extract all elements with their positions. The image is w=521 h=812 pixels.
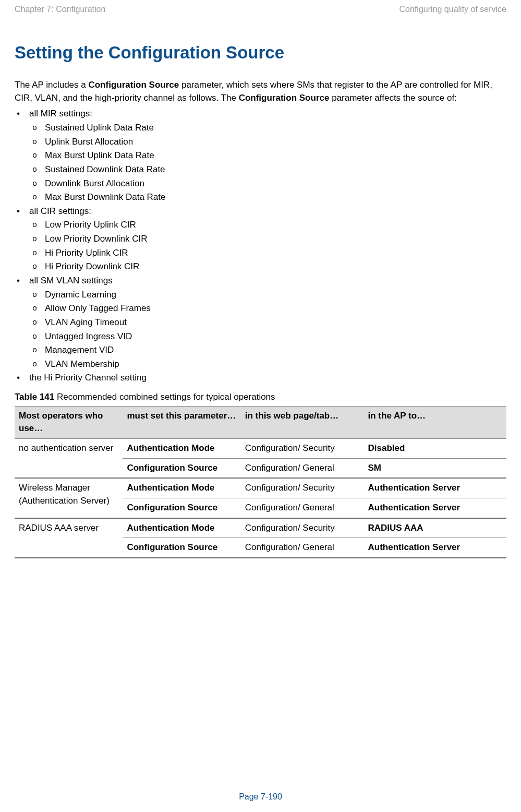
- settings-table: Most operators who use… must set this pa…: [15, 406, 506, 558]
- table-cell: Configuration/ General: [241, 538, 364, 558]
- table-cell-label: Wireless Manager (Authentication Server): [15, 478, 123, 518]
- table-cell: Authentication Mode: [123, 439, 240, 459]
- sublist-item: Management VID: [45, 344, 506, 357]
- intro-paragraph: The AP includes a Configuration Source p…: [15, 79, 506, 104]
- table-caption-number: Table 141: [15, 392, 54, 402]
- header-left: Chapter 7: Configuration: [15, 3, 105, 15]
- table-cell: Configuration Source: [123, 458, 240, 478]
- table-cell: Authentication Mode: [123, 478, 240, 498]
- sublist-item: Low Priority Uplink CIR: [45, 219, 506, 232]
- table-head: Most operators who use… must set this pa…: [15, 406, 506, 438]
- intro-text: parameter affects the source of:: [329, 93, 456, 103]
- sublist-item: Uplink Burst Allocation: [45, 136, 506, 149]
- header-right: Configuring quality of service: [399, 3, 506, 15]
- sublist-item: Untagged Ingress VID: [45, 330, 506, 343]
- sublist-item: Sustained Downlink Data Rate: [45, 163, 506, 176]
- table-header-cell: must set this parameter…: [123, 406, 240, 438]
- page-header: Chapter 7: Configuration Configuring qua…: [15, 3, 506, 15]
- table-cell: Authentication Server: [364, 538, 506, 558]
- table-cell: RADIUS AAA: [364, 518, 506, 538]
- table-header-cell: in the AP to…: [364, 406, 506, 438]
- list-item-label: all SM VLAN settings: [29, 276, 113, 285]
- table-header-row: Most operators who use… must set this pa…: [15, 406, 506, 438]
- sublist-item: Dynamic Learning: [45, 289, 506, 302]
- table-cell: Configuration Source: [123, 498, 240, 518]
- sublist: Dynamic Learning Allow Only Tagged Frame…: [29, 289, 506, 371]
- list-item: the Hi Priority Channel setting: [29, 372, 506, 385]
- sublist-item: Hi Priority Downlink CIR: [45, 260, 506, 273]
- sublist-item: Hi Priority Uplink CIR: [45, 247, 506, 260]
- list-item-label: all CIR settings:: [29, 206, 91, 216]
- sublist-item: Sustained Uplink Data Rate: [45, 122, 506, 135]
- table-cell-label: RADIUS AAA server: [15, 518, 123, 558]
- sublist-item: VLAN Aging Timeout: [45, 316, 506, 329]
- sublist-item: VLAN Membership: [45, 358, 506, 371]
- table-cell: SM: [364, 458, 506, 478]
- list-item-label: all MIR settings:: [29, 109, 92, 118]
- table-caption-text: Recommended combined settings for typica…: [54, 392, 275, 402]
- table-cell: Configuration/ Security: [241, 439, 364, 459]
- list-item: all CIR settings: Low Priority Uplink CI…: [29, 205, 506, 273]
- sublist-item: Max Burst Downlink Data Rate: [45, 191, 506, 204]
- table-cell: Configuration/ General: [241, 498, 364, 518]
- list-item: all MIR settings: Sustained Uplink Data …: [29, 108, 506, 204]
- table-cell: Configuration/ Security: [241, 518, 364, 538]
- intro-text: The AP includes a: [15, 80, 88, 90]
- list-item: all SM VLAN settings Dynamic Learning Al…: [29, 274, 506, 371]
- page-title: Setting the Configuration Source: [15, 40, 506, 65]
- table-header-cell: Most operators who use…: [15, 406, 123, 438]
- table-cell: Authentication Server: [364, 498, 506, 518]
- table-cell: Authentication Server: [364, 478, 506, 498]
- sublist-item: Max Burst Uplink Data Rate: [45, 149, 506, 162]
- table-cell: Configuration Source: [123, 538, 240, 558]
- sublist-item: Low Priority Downlink CIR: [45, 233, 506, 246]
- table-caption: Table 141 Recommended combined settings …: [15, 391, 506, 404]
- table-cell: Configuration/ General: [241, 458, 364, 478]
- intro-bold-1: Configuration Source: [88, 80, 179, 90]
- intro-bold-2: Configuration Source: [239, 93, 330, 103]
- table-cell: Authentication Mode: [123, 518, 240, 538]
- table-row: Wireless Manager (Authentication Server)…: [15, 478, 506, 498]
- sublist: Low Priority Uplink CIR Low Priority Dow…: [29, 219, 506, 273]
- sublist-item: Allow Only Tagged Frames: [45, 302, 506, 315]
- page-footer: Page 7-190: [0, 791, 521, 803]
- sublist: Sustained Uplink Data Rate Uplink Burst …: [29, 122, 506, 204]
- table-cell-label: no authentication server: [15, 439, 123, 479]
- table-header-cell: in this web page/tab…: [241, 406, 364, 438]
- table-row: RADIUS AAA server Authentication Mode Co…: [15, 518, 506, 538]
- table-cell: Configuration/ Security: [241, 478, 364, 498]
- table-cell: Disabled: [364, 439, 506, 459]
- settings-list: all MIR settings: Sustained Uplink Data …: [15, 108, 506, 385]
- table-row: no authentication server Authentication …: [15, 439, 506, 459]
- table-body: no authentication server Authentication …: [15, 439, 506, 558]
- sublist-item: Downlink Burst Allocation: [45, 177, 506, 190]
